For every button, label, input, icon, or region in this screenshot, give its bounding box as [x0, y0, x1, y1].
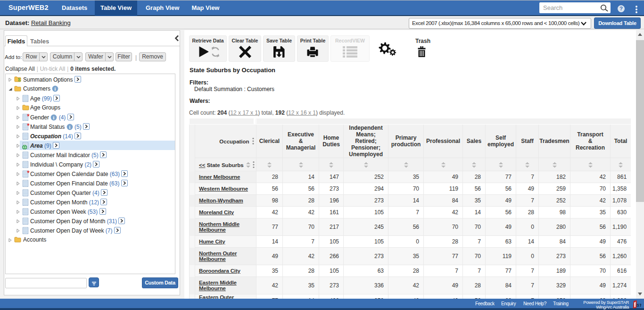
svg-text:ST: ST	[636, 303, 641, 308]
svg-text:Σ: Σ	[18, 77, 21, 82]
svg-text:i: i	[53, 115, 55, 120]
svg-text:i: i	[69, 125, 70, 130]
svg-text:i: i	[55, 86, 56, 92]
